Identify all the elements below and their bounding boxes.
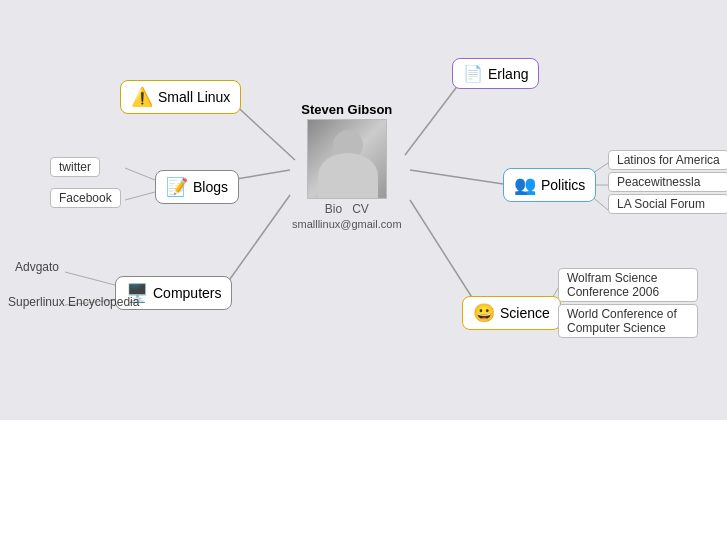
small-linux-node[interactable]: ⚠️ Small Linux — [120, 80, 241, 114]
cv-link[interactable]: CV — [352, 202, 369, 216]
politics-node[interactable]: 👥 Politics — [503, 168, 596, 202]
mind-map: Steven Gibson Bio CV smalllinux@gmail.co… — [0, 0, 727, 420]
world-conf-label: World Conference of Computer Science — [567, 307, 677, 335]
blog-icon: 📝 — [166, 176, 188, 198]
twitter-label: twitter — [59, 160, 91, 174]
computers-label: Computers — [153, 285, 221, 301]
science-node[interactable]: 😀 Science — [462, 296, 561, 330]
svg-line-8 — [65, 272, 115, 285]
superlinux-tag[interactable]: Superlinux Encyclopedia — [8, 295, 139, 309]
svg-line-4 — [410, 170, 510, 185]
email-text: smalllinux@gmail.com — [292, 218, 402, 230]
center-person-node: Steven Gibson Bio CV smalllinux@gmail.co… — [292, 102, 402, 230]
person-photo — [307, 119, 387, 199]
blogs-label: Blogs — [193, 179, 228, 195]
advgato-label: Advgato — [15, 260, 59, 274]
svg-line-3 — [405, 80, 462, 155]
latinos-label: Latinos for America — [617, 153, 720, 167]
erlang-icon: 📄 — [463, 64, 483, 83]
facebook-label: Facebook — [59, 191, 112, 205]
latinos-item[interactable]: Latinos for America — [608, 150, 727, 170]
small-linux-label: Small Linux — [158, 89, 230, 105]
blogs-node[interactable]: 📝 Blogs — [155, 170, 239, 204]
wolfram-label: Wolfram Science Conference 2006 — [567, 271, 659, 299]
la-social-label: LA Social Forum — [617, 197, 705, 211]
politics-label: Politics — [541, 177, 585, 193]
superlinux-label: Superlinux Encyclopedia — [8, 295, 139, 309]
warning-icon: ⚠️ — [131, 86, 153, 108]
bio-link[interactable]: Bio — [325, 202, 342, 216]
science-icon: 😀 — [473, 302, 495, 324]
svg-line-2 — [220, 195, 290, 293]
person-name: Steven Gibson — [301, 102, 392, 117]
politics-items: Latinos for America Peacewitnessla LA So… — [608, 150, 727, 214]
svg-line-7 — [125, 192, 155, 200]
science-items: Wolfram Science Conference 2006 World Co… — [558, 268, 698, 338]
twitter-tag[interactable]: twitter — [50, 157, 100, 177]
la-social-item[interactable]: LA Social Forum — [608, 194, 727, 214]
advgato-tag[interactable]: Advgato — [15, 260, 59, 274]
erlang-label: Erlang — [488, 66, 528, 82]
world-conf-item[interactable]: World Conference of Computer Science — [558, 304, 698, 338]
science-label: Science — [500, 305, 550, 321]
facebook-tag[interactable]: Facebook — [50, 188, 121, 208]
bottom-bar — [0, 420, 727, 545]
peacewitness-item[interactable]: Peacewitnessla — [608, 172, 727, 192]
erlang-node[interactable]: 📄 Erlang — [452, 58, 539, 89]
peacewitness-label: Peacewitnessla — [617, 175, 700, 189]
wolfram-item[interactable]: Wolfram Science Conference 2006 — [558, 268, 698, 302]
svg-line-5 — [410, 200, 480, 310]
svg-line-6 — [125, 168, 155, 180]
politics-icon: 👥 — [514, 174, 536, 196]
